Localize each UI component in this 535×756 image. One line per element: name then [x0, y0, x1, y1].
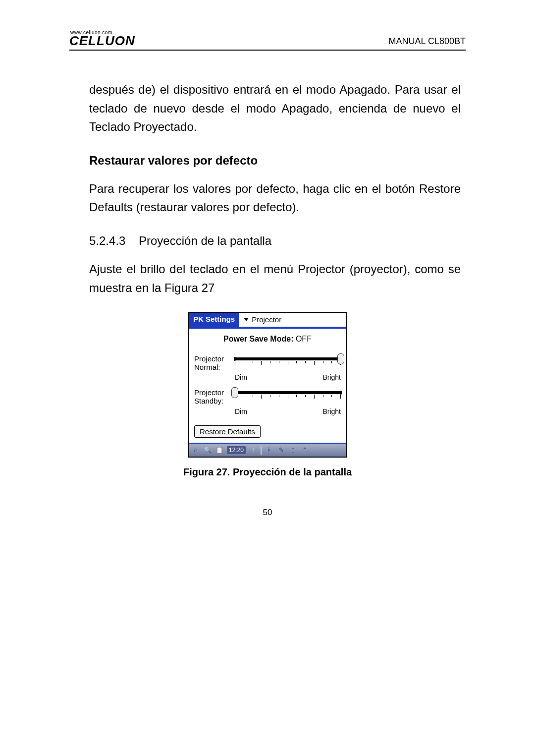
- dim-label: Dim: [235, 373, 247, 381]
- psm-label: Power Save Mode:: [223, 335, 293, 343]
- projector-menu[interactable]: Projector: [240, 313, 346, 327]
- power-save-mode-row: Power Save Mode: OFF: [194, 335, 341, 344]
- manual-id: MANUAL CL800BT: [389, 36, 466, 47]
- figure-caption: Figura 27. Proyección de la pantalla: [69, 466, 466, 478]
- device-titlebar: PK Settings Projector: [189, 313, 346, 327]
- subsection-title: Proyección de la pantalla: [139, 234, 271, 247]
- clipboard-icon[interactable]: 📋: [215, 446, 224, 455]
- dim-label-2: Dim: [235, 407, 247, 415]
- page-header: www.celluon.com CELLUON MANUAL CL800BT: [69, 30, 466, 51]
- intro-paragraph: después de) el dispositivo entrará en el…: [89, 80, 461, 136]
- home-icon[interactable]: ⌂: [191, 446, 200, 455]
- brand-logo: www.celluon.com CELLUON: [69, 30, 135, 47]
- alert-icon[interactable]: !: [249, 446, 258, 455]
- projector-standby-row: Projector Standby:: [194, 388, 341, 406]
- section-paragraph: Para recuperar los valores por defecto, …: [89, 179, 461, 216]
- subsection-number: 5.2.4.3: [89, 234, 139, 248]
- projector-normal-label: Projector Normal:: [194, 354, 235, 372]
- taskbar-clock: 12:20: [227, 446, 246, 454]
- bright-label-2: Bright: [322, 407, 341, 415]
- chevron-down-icon: [244, 318, 249, 321]
- page-number: 50: [69, 508, 466, 518]
- app-name: PK Settings: [189, 313, 239, 327]
- projector-standby-thumb[interactable]: [231, 387, 238, 398]
- brand-wordmark: CELLUON: [69, 35, 135, 47]
- projector-standby-range: Dim Bright: [235, 407, 341, 415]
- projector-normal-range: Dim Bright: [235, 373, 341, 381]
- section-heading: Restaurar valores por defecto: [89, 154, 461, 168]
- projector-normal-slider[interactable]: [235, 356, 341, 361]
- device-body: Power Save Mode: OFF Projector Normal: D…: [189, 329, 346, 443]
- manual-page: www.celluon.com CELLUON MANUAL CL800BT d…: [0, 0, 535, 547]
- device-screenshot: PK Settings Projector Power Save Mode: O…: [188, 312, 347, 458]
- subsection-heading: 5.2.4.3Proyección de la pantalla: [69, 234, 461, 248]
- subsection-paragraph: Ajuste el brillo del teclado en el menú …: [89, 260, 461, 296]
- arrow-icon[interactable]: ⌃: [300, 446, 309, 455]
- bright-label: Bright: [322, 373, 341, 381]
- device-taskbar: ⌂ 🔍 📋 12:20 ! ᚼ ✎ ▯ ⌃: [189, 443, 346, 457]
- projector-standby-label: Projector Standby:: [194, 388, 235, 406]
- pen-icon[interactable]: ✎: [276, 446, 285, 455]
- battery-icon[interactable]: ▯: [288, 446, 297, 455]
- taskbar-separator: [261, 446, 262, 455]
- search-icon[interactable]: 🔍: [203, 446, 212, 455]
- menu-label: Projector: [252, 315, 281, 324]
- projector-normal-row: Projector Normal:: [194, 354, 341, 372]
- projector-standby-slider[interactable]: [235, 390, 341, 395]
- restore-defaults-button[interactable]: Restore Defaults: [194, 425, 261, 438]
- psm-value: OFF: [296, 335, 312, 343]
- body-text: después de) el dispositivo entrará en el…: [89, 80, 461, 296]
- bluetooth-icon[interactable]: ᚼ: [265, 446, 273, 455]
- projector-normal-thumb[interactable]: [337, 353, 344, 364]
